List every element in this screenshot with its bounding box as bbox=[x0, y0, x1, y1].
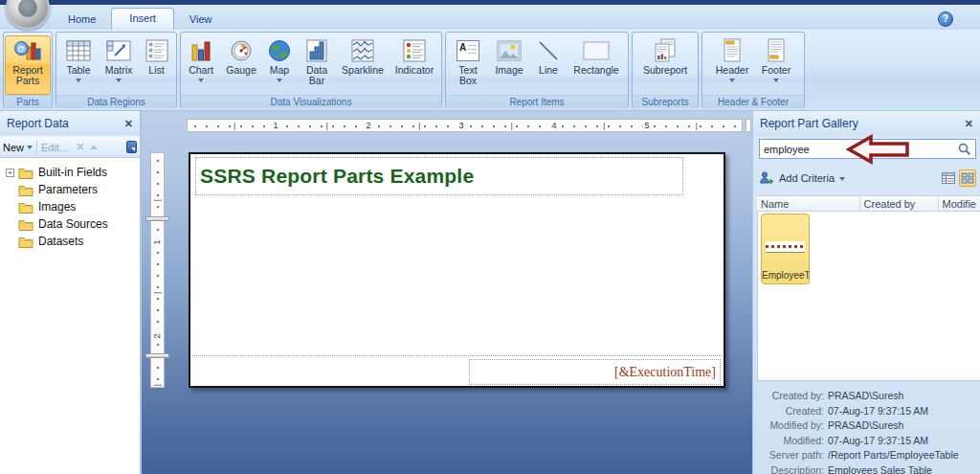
ribbon: @ Report Parts Parts bbox=[0, 30, 980, 111]
gallery-list: EmployeeTa... bbox=[757, 212, 980, 381]
move-up-icon[interactable] bbox=[90, 145, 98, 149]
horizontal-ruler: 1 2 3 4 5 bbox=[187, 119, 743, 132]
report-title-textbox[interactable]: SSRS Report Parts Example bbox=[195, 157, 683, 195]
tab-insert[interactable]: Insert bbox=[111, 8, 174, 30]
folder-icon bbox=[18, 167, 33, 179]
group-label-header-footer: Header & Footer bbox=[702, 95, 804, 108]
header-button[interactable]: Header bbox=[709, 35, 755, 95]
report-data-title: Report Data bbox=[7, 117, 69, 130]
dropdown-arrow-icon bbox=[116, 79, 122, 82]
office-button[interactable] bbox=[6, 0, 50, 30]
detail-value: PRASAD\Suresh bbox=[828, 390, 979, 401]
chart-button[interactable]: Chart bbox=[182, 35, 220, 95]
folder-icon bbox=[18, 184, 33, 196]
close-icon[interactable]: ✕ bbox=[965, 118, 973, 130]
indicator-icon bbox=[403, 37, 426, 64]
report-data-panel: Report Data ✕ New Edit... ✕ + Built-in F… bbox=[0, 111, 142, 474]
ruler-section-handle[interactable] bbox=[145, 216, 169, 221]
column-created-by[interactable]: Created by bbox=[860, 196, 939, 211]
header-icon bbox=[721, 37, 744, 64]
footer-button[interactable]: Footer bbox=[755, 35, 797, 95]
design-surface: 1 2 3 4 5 1 2 SSRS Report Parts Example … bbox=[142, 111, 752, 474]
line-button[interactable]: Line bbox=[530, 35, 567, 95]
text-box-icon: A bbox=[457, 37, 479, 64]
folder-icon bbox=[18, 218, 33, 231]
list-view-icon bbox=[942, 172, 955, 184]
tree-item-images[interactable]: Images bbox=[6, 198, 140, 215]
dropdown-arrow-icon bbox=[277, 79, 282, 82]
dropdown-arrow-icon bbox=[198, 79, 204, 82]
detail-value: PRASAD\Suresh bbox=[828, 419, 979, 431]
detail-value: Employees Sales Table bbox=[828, 464, 979, 474]
detail-value: /Report Parts/EmployeeTable bbox=[828, 449, 979, 461]
gallery-title: Report Part Gallery bbox=[760, 117, 858, 130]
report-data-toolbar: New Edit... ✕ bbox=[0, 136, 140, 158]
tab-home[interactable]: Home bbox=[53, 10, 111, 30]
ribbon-group-subreports: Subreport Subreports bbox=[632, 32, 699, 108]
ribbon-group-data-regions: Table Matrix bbox=[56, 32, 177, 108]
tile-view-icon bbox=[961, 172, 974, 184]
dropdown-arrow-icon[interactable] bbox=[839, 177, 845, 181]
tree-item-built-in-fields[interactable]: + Built-in Fields bbox=[6, 164, 140, 181]
tab-view[interactable]: View bbox=[174, 10, 228, 30]
list-view-toggle[interactable] bbox=[940, 169, 957, 187]
folder-icon bbox=[18, 201, 33, 214]
report-page[interactable]: SSRS Report Parts Example [&ExecutionTim… bbox=[189, 152, 725, 388]
detail-label: Server path: bbox=[757, 449, 824, 461]
rectangle-icon bbox=[582, 37, 611, 64]
help-icon[interactable]: ? bbox=[938, 11, 953, 27]
sparkline-icon bbox=[351, 37, 374, 64]
tile-view-toggle[interactable] bbox=[959, 169, 976, 187]
group-label-data-regions: Data Regions bbox=[56, 95, 176, 108]
line-icon bbox=[537, 37, 560, 64]
matrix-button[interactable]: Matrix bbox=[99, 35, 139, 95]
image-button[interactable]: Image bbox=[488, 35, 530, 95]
list-button[interactable]: List bbox=[139, 35, 174, 95]
table-icon bbox=[66, 37, 91, 64]
subreport-button[interactable]: Subreport bbox=[635, 35, 696, 95]
dropdown-arrow-icon[interactable] bbox=[27, 146, 33, 149]
subreport-icon bbox=[653, 37, 678, 64]
ribbon-group-report-items: A Text Box Image bbox=[445, 32, 629, 108]
report-part-thumbnail bbox=[766, 241, 805, 253]
gauge-icon bbox=[230, 37, 253, 64]
rectangle-button[interactable]: Rectangle bbox=[567, 35, 626, 95]
gallery-column-headers: Name Created by Modifie bbox=[757, 195, 980, 212]
toolbar-overflow-icon[interactable] bbox=[126, 141, 137, 153]
ribbon-group-parts: @ Report Parts Parts bbox=[3, 32, 53, 108]
tree-item-datasets[interactable]: Datasets bbox=[6, 233, 140, 250]
gallery-item-details: Created by: PRASAD\Suresh Created: 07-Au… bbox=[753, 381, 980, 474]
toolbar-separator bbox=[36, 141, 37, 154]
tree-item-parameters[interactable]: Parameters bbox=[6, 181, 140, 198]
close-icon[interactable]: ✕ bbox=[124, 118, 133, 130]
add-criteria-button[interactable]: Add Criteria bbox=[779, 172, 835, 184]
ribbon-tab-row: Home Insert View ? bbox=[0, 5, 980, 30]
data-bar-button[interactable]: Data Bar bbox=[297, 35, 337, 95]
expand-icon[interactable]: + bbox=[6, 169, 14, 177]
map-button[interactable]: Map bbox=[262, 35, 297, 95]
column-name[interactable]: Name bbox=[757, 196, 860, 211]
column-modified[interactable]: Modifie bbox=[939, 196, 980, 211]
indicator-button[interactable]: Indicator bbox=[389, 35, 440, 95]
dropdown-arrow-icon bbox=[729, 79, 735, 82]
execution-time-textbox[interactable]: [&ExecutionTime] bbox=[469, 359, 721, 385]
detail-value: 07-Aug-17 9:37:15 AM bbox=[828, 435, 979, 446]
map-icon bbox=[268, 37, 291, 64]
report-parts-icon: @ bbox=[14, 37, 41, 64]
report-parts-button[interactable]: @ Report Parts bbox=[5, 35, 51, 95]
dropdown-arrow-icon bbox=[773, 79, 779, 82]
delete-icon[interactable]: ✕ bbox=[76, 141, 84, 153]
table-button[interactable]: Table bbox=[58, 35, 99, 95]
text-box-button[interactable]: A Text Box bbox=[448, 35, 488, 95]
gallery-criteria-row: Add Criteria bbox=[759, 168, 976, 189]
edit-button[interactable]: Edit... bbox=[41, 142, 68, 153]
ruler-section-handle[interactable] bbox=[145, 353, 169, 358]
sparkline-button[interactable]: Sparkline bbox=[337, 35, 389, 95]
new-button[interactable]: New bbox=[3, 142, 24, 153]
detail-label: Modified by: bbox=[757, 419, 824, 431]
annotation-arrow-icon bbox=[846, 133, 911, 166]
search-icon[interactable] bbox=[957, 142, 972, 157]
tree-item-data-sources[interactable]: Data Sources bbox=[6, 215, 140, 233]
report-part-item-employeetable[interactable]: EmployeeTa... bbox=[761, 214, 810, 284]
gauge-button[interactable]: Gauge bbox=[220, 35, 262, 95]
